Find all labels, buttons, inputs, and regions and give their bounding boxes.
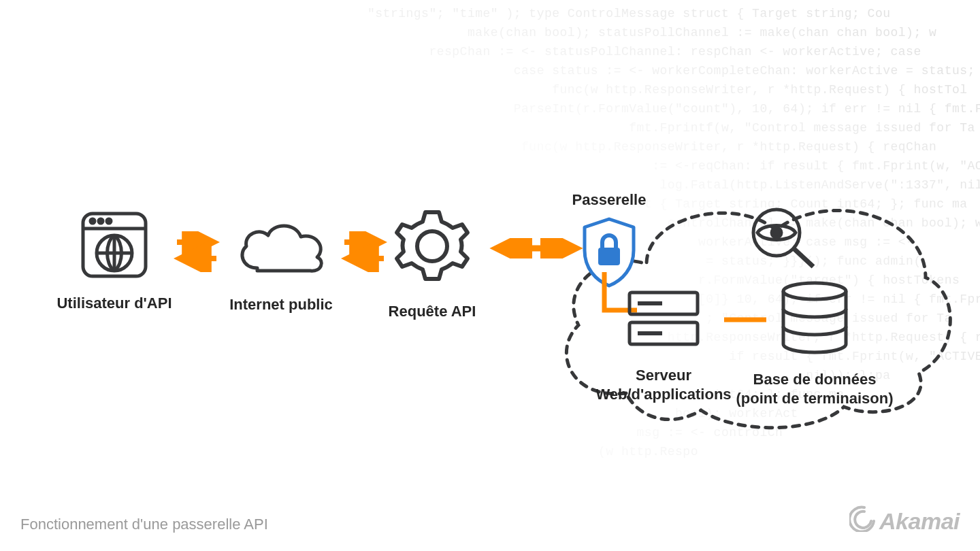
label-webapp-server: Serveur Web/d'applications	[595, 366, 731, 403]
svg-point-20	[783, 283, 846, 299]
brand-text: Akamai	[879, 508, 960, 535]
diagram: Utilisateur d'API Internet public	[0, 0, 980, 551]
node-monitor	[742, 204, 823, 275]
eye-magnifier-icon	[745, 204, 820, 275]
svg-point-3	[99, 219, 103, 223]
arrows-user-internet	[173, 231, 220, 272]
database-icon	[774, 279, 855, 361]
label-api-request: Requête API	[389, 302, 476, 321]
brand-logo: Akamai	[849, 505, 960, 537]
svg-rect-14	[598, 248, 620, 265]
svg-point-2	[91, 219, 95, 223]
node-api-user: Utilisateur d'API	[53, 208, 176, 313]
node-webapp-server: Serveur Web/d'applications	[599, 286, 728, 403]
browser-globe-icon	[78, 208, 151, 284]
svg-point-4	[107, 219, 111, 223]
node-database: Base de données (point de terminaison)	[743, 279, 886, 407]
label-api-user: Utilisateur d'API	[56, 294, 172, 313]
server-icon	[623, 286, 704, 356]
svg-point-12	[417, 231, 447, 261]
akamai-swirl-icon	[849, 505, 877, 537]
label-gateway: Passerelle	[572, 190, 647, 210]
svg-point-22	[772, 228, 781, 237]
caption: Fonctionnement d'une passerelle API	[20, 516, 268, 533]
cloud-icon	[230, 215, 332, 286]
gear-icon	[389, 203, 476, 293]
node-api-request: Requête API	[381, 203, 483, 321]
label-public-internet: Internet public	[229, 295, 333, 314]
node-public-internet: Internet public	[216, 215, 346, 314]
label-database: Base de données (point de terminaison)	[736, 370, 894, 407]
svg-line-23	[794, 249, 813, 267]
